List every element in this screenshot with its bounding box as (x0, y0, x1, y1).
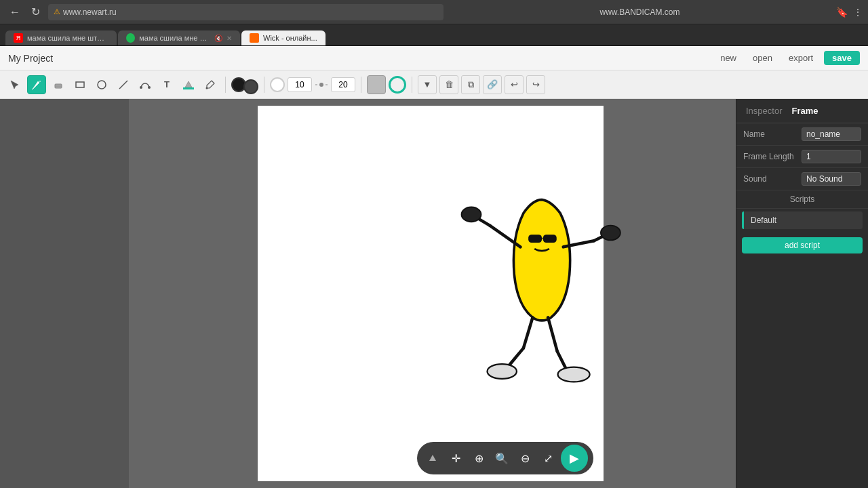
save-button[interactable]: save (824, 51, 860, 65)
new-button[interactable]: new (715, 51, 742, 65)
canvas-drawing (441, 140, 631, 397)
tab-yandex-music[interactable]: Я мама сшила мне штаны... (5, 30, 117, 45)
project-title: My Project (8, 53, 709, 64)
watermark: www.BANDICAM.com (448, 7, 832, 17)
toolbar: T 10 20 ▼ 🗑 ⧉ 🔗 ↩ ↪ (0, 70, 868, 99)
zoom-ctrl-btn[interactable]: 🔍 (492, 448, 512, 468)
svg-line-22 (548, 317, 557, 351)
left-panel (0, 99, 129, 488)
eyedrop-tool[interactable] (201, 75, 220, 94)
header-actions: new open export save (715, 51, 860, 65)
frame-length-value[interactable]: 1 (802, 150, 861, 163)
color-secondary[interactable] (243, 79, 258, 94)
bookmark-icon[interactable]: 🔖 (836, 7, 848, 18)
svg-line-19 (524, 317, 533, 348)
refresh-button[interactable]: ↻ (27, 4, 44, 20)
separator-2 (264, 77, 264, 93)
svg-line-20 (508, 348, 524, 367)
menu-icon[interactable]: ⋮ (853, 7, 863, 18)
bucket-ctrl-btn[interactable] (422, 448, 443, 468)
frame-length-label: Frame Length (743, 152, 797, 161)
inspector-spacer (736, 259, 868, 488)
browser-chrome: ← ↻ ⚠ www.newart.ru www.BANDICAM.com 🔖 ⋮ (0, 0, 868, 24)
open-button[interactable]: open (747, 51, 778, 65)
svg-point-21 (488, 364, 517, 379)
text-tool[interactable]: T (157, 75, 176, 94)
inspector-tab[interactable]: Inspector (743, 104, 785, 117)
export-button[interactable]: export (783, 51, 818, 65)
name-value[interactable]: no_name (802, 127, 861, 141)
play-button[interactable]: ▶ (561, 445, 588, 472)
separator-4 (412, 77, 412, 93)
color-white[interactable] (270, 77, 285, 92)
frame-tab[interactable]: Frame (789, 104, 821, 117)
tab-bar: Я мама сшила мне штаны... мама сшила мне… (0, 24, 868, 46)
move-ctrl-btn[interactable]: ✛ (446, 448, 466, 468)
inspector-header: Inspector Frame (736, 99, 868, 123)
tab-mute-icon: 🔇 (214, 35, 222, 42)
svg-point-3 (98, 81, 106, 89)
svg-point-24 (558, 367, 590, 382)
svg-point-15 (462, 207, 481, 222)
svg-line-4 (119, 81, 127, 89)
line-tool[interactable] (114, 75, 133, 94)
svg-point-9 (319, 83, 323, 87)
eraser-tool[interactable] (49, 75, 68, 94)
stroke-size-input[interactable]: 10 (288, 77, 312, 92)
circle-tool[interactable] (92, 75, 111, 94)
dropdown-btn[interactable]: ▼ (418, 75, 437, 94)
rect-tool[interactable] (71, 75, 90, 94)
redo-btn[interactable]: ↪ (526, 75, 545, 94)
script-default[interactable]: Default (742, 211, 863, 229)
svg-line-23 (557, 351, 567, 369)
svg-point-8 (206, 87, 208, 89)
scripts-header: Scripts (736, 190, 868, 209)
stroke-color[interactable] (389, 76, 406, 94)
select-tool[interactable] (5, 75, 24, 94)
svg-point-6 (148, 86, 151, 89)
svg-rect-10 (528, 235, 542, 243)
svg-point-5 (140, 86, 142, 89)
svg-rect-7 (183, 87, 194, 89)
tab-wick[interactable]: Wick - онлайн... (241, 30, 326, 45)
svg-rect-2 (76, 82, 84, 87)
draw-tool[interactable] (27, 75, 46, 94)
browser-actions: 🔖 ⋮ (836, 7, 863, 18)
sound-row: Sound No Sound (736, 168, 868, 190)
frame-length-row: Frame Length 1 (736, 146, 868, 168)
stroke-resize-icon (315, 78, 328, 92)
name-row: Name no_name (736, 123, 868, 146)
fill-size-input[interactable]: 20 (331, 77, 355, 92)
separator-1 (225, 77, 226, 93)
link-btn[interactable]: 🔗 (483, 75, 502, 94)
expand-ctrl-btn[interactable]: ⤢ (538, 448, 558, 468)
main-layout: ✛ ⊕ 🔍 ⊖ ⤢ ▶ Inspector Frame Name no_name… (0, 99, 868, 488)
app-header: My Project new open export save (0, 46, 868, 70)
address-url: www.newart.ru (63, 7, 117, 17)
canvas[interactable] (258, 106, 604, 481)
path-tool[interactable] (136, 75, 155, 94)
delete-btn[interactable]: 🗑 (439, 75, 458, 94)
separator-3 (361, 77, 361, 93)
inspector-panel: Inspector Frame Name no_name Frame Lengt… (736, 99, 868, 488)
sound-label: Sound (743, 174, 797, 184)
back-button[interactable]: ← (5, 5, 24, 20)
fill-color[interactable] (367, 75, 386, 94)
duplicate-btn[interactable]: ⧉ (461, 75, 480, 94)
undo-btn[interactable]: ↩ (505, 75, 524, 94)
zoomout-ctrl-btn[interactable]: ⊖ (515, 448, 535, 468)
sound-value[interactable]: No Sound (802, 172, 861, 186)
add-script-button[interactable]: add script (742, 237, 863, 253)
browser-nav[interactable]: ← ↻ (5, 4, 44, 20)
svg-rect-11 (543, 235, 557, 243)
target-ctrl-btn[interactable]: ⊕ (469, 448, 489, 468)
svg-point-18 (601, 226, 620, 241)
canvas-area: ✛ ⊕ 🔍 ⊖ ⤢ ▶ (129, 99, 736, 488)
name-label: Name (743, 129, 797, 139)
fill-tool[interactable] (179, 75, 198, 94)
tab-yandex-music-2[interactable]: мама сшила мне шт... 🔇 ✕ (118, 30, 240, 45)
tab-close-2[interactable]: ✕ (226, 35, 232, 42)
canvas-controls: ✛ ⊕ 🔍 ⊖ ⤢ ▶ (417, 442, 593, 474)
warning-icon: ⚠ (54, 7, 60, 16)
